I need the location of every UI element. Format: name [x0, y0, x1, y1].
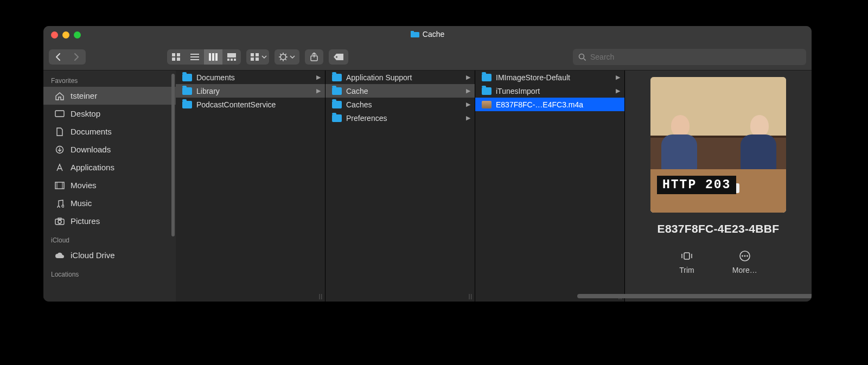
svg-line-28 [285, 54, 286, 55]
close-window-button[interactable] [51, 31, 58, 39]
preview-filename: E837F8FC-4E23-4BBF [658, 222, 780, 235]
svg-rect-13 [227, 59, 229, 61]
column-browser: Documents ▶ Library ▶ PodcastContentServ… [176, 71, 812, 302]
chevron-right-icon: ▶ [616, 74, 620, 81]
zoom-window-button[interactable] [74, 31, 81, 39]
search-icon [578, 53, 586, 61]
column-resize-handle[interactable]: || [319, 293, 323, 299]
folder-icon [182, 74, 192, 81]
sidebar-item-label: Documents [71, 127, 112, 136]
view-list-button[interactable] [186, 49, 204, 65]
item-label: iTunesImport [496, 87, 540, 95]
share-button[interactable] [305, 49, 323, 65]
forward-button[interactable] [67, 49, 86, 65]
svg-rect-16 [251, 53, 254, 56]
sidebar-item-applications[interactable]: Applications [43, 158, 176, 176]
back-button[interactable] [49, 49, 67, 65]
list-item[interactable]: IMImageStore-Default ▶ [475, 71, 624, 84]
folder-icon [332, 74, 342, 81]
window-title-text: Cache [423, 30, 444, 39]
finder-body: Favorites tsteiner Desktop Documents Dow… [43, 71, 812, 302]
horizontal-scrollbar[interactable] [344, 294, 805, 299]
svg-rect-5 [177, 57, 180, 61]
trim-icon [680, 249, 693, 262]
folder-icon [332, 101, 342, 108]
sidebar-item-label: Desktop [71, 109, 100, 118]
sidebar-item-downloads[interactable]: Downloads [43, 140, 176, 158]
item-label: IMImageStore-Default [496, 73, 570, 82]
list-item[interactable]: Preferences ▶ [326, 111, 475, 125]
item-label: Preferences [346, 114, 387, 123]
preview-action-more[interactable]: More… [732, 249, 757, 274]
view-icon-button[interactable] [167, 49, 186, 65]
search-input[interactable] [590, 53, 801, 61]
scrollbar-thumb[interactable] [577, 294, 812, 298]
list-item[interactable]: E837F8FC-…E4FC3.m4a [475, 98, 624, 111]
preview-action-trim[interactable]: Trim [679, 249, 694, 274]
list-item[interactable]: Caches ▶ [326, 98, 475, 111]
sidebar-item-documents[interactable]: Documents [43, 123, 176, 140]
svg-rect-3 [177, 53, 180, 56]
preview-action-label: More… [732, 266, 757, 274]
tags-button[interactable] [329, 49, 348, 65]
svg-rect-7 [190, 56, 199, 57]
finder-window: Cache [43, 26, 812, 302]
folder-icon [482, 74, 492, 81]
action-menu-button[interactable] [275, 49, 299, 65]
window-title: Cache [411, 30, 444, 39]
list-item[interactable]: iTunesImport ▶ [475, 84, 624, 98]
preview-artwork[interactable]: HTTP 203 [650, 77, 786, 213]
list-item[interactable]: Application Support ▶ [326, 71, 475, 84]
item-label: Caches [346, 100, 372, 109]
view-columns-button[interactable] [204, 49, 222, 65]
sidebar-item-desktop[interactable]: Desktop [43, 105, 176, 123]
svg-rect-10 [212, 53, 214, 61]
sidebar-item-music[interactable]: Music [43, 194, 176, 212]
sidebar-item-label: Applications [71, 163, 114, 172]
column-0: Documents ▶ Library ▶ PodcastContentServ… [176, 71, 326, 302]
sidebar-item-label: Music [71, 198, 92, 208]
svg-point-20 [280, 54, 286, 60]
sidebar-item-icloud-drive[interactable]: iCloud Drive [43, 246, 176, 264]
scrollbar-thumb[interactable] [171, 74, 175, 236]
list-item[interactable]: PodcastContentService [176, 98, 325, 111]
nav-buttons [49, 49, 86, 65]
svg-point-31 [336, 56, 337, 57]
svg-rect-14 [231, 59, 233, 61]
item-label: E837F8FC-…E4FC3.m4a [496, 100, 583, 109]
arrange-menu-button[interactable] [246, 49, 269, 65]
svg-rect-34 [55, 111, 64, 117]
sidebar-item-home[interactable]: tsteiner [43, 87, 176, 105]
list-item[interactable]: Cache ▶ [326, 84, 475, 98]
sidebar-item-label: tsteiner [71, 91, 97, 100]
audio-file-icon [482, 101, 492, 108]
svg-rect-43 [684, 253, 690, 259]
svg-line-26 [285, 59, 286, 60]
column-1: Application Support ▶ Cache ▶ Caches ▶ [326, 71, 475, 302]
folder-icon [182, 101, 192, 108]
svg-rect-19 [256, 57, 259, 61]
preview-action-label: Trim [679, 266, 694, 274]
sidebar-item-pictures[interactable]: Pictures [43, 212, 176, 230]
item-label: Cache [346, 87, 368, 95]
view-gallery-button[interactable] [222, 49, 241, 65]
chevron-right-icon: ▶ [466, 101, 470, 108]
svg-rect-9 [209, 53, 211, 61]
svg-rect-4 [172, 57, 175, 61]
sidebar-item-label: iCloud Drive [71, 251, 115, 260]
svg-point-47 [742, 255, 743, 257]
search-field[interactable] [573, 49, 806, 65]
sidebar-item-label: Movies [71, 181, 97, 190]
chevron-right-icon: ▶ [616, 87, 620, 94]
sidebar-item-label: Downloads [71, 145, 111, 154]
cloud-icon [54, 250, 65, 261]
view-mode-segmented [167, 49, 241, 65]
sidebar-item-movies[interactable]: Movies [43, 176, 176, 194]
list-item[interactable]: Library ▶ [176, 84, 325, 98]
list-item[interactable]: Documents ▶ [176, 71, 325, 84]
minimize-window-button[interactable] [62, 31, 69, 39]
svg-rect-11 [215, 53, 218, 61]
sidebar-heading-icloud: iCloud [43, 234, 176, 246]
preview-pane: HTTP 203 E837F8FC-4E23-4BBF Trim Mo [625, 71, 812, 302]
folder-icon [182, 87, 192, 95]
